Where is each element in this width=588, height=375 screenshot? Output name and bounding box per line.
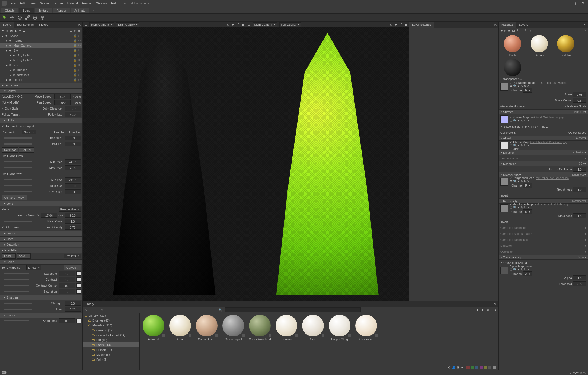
library-item[interactable]: Astroturf [141, 315, 166, 341]
roughness-field[interactable]: 1.0 [573, 187, 586, 192]
minpitch-slider[interactable] [4, 161, 32, 162]
library-item[interactable]: Camo Digital [221, 315, 245, 341]
map-find-icon[interactable]: 🔍 [513, 268, 517, 271]
material-item[interactable]: Brick [500, 35, 525, 57]
map-refresh-icon[interactable]: ↻ [524, 180, 526, 183]
vp-layout-icon[interactable]: ⊞ [85, 23, 87, 27]
disp-file-link[interactable]: test_fabricTest_Height. [539, 82, 567, 84]
menu-edit[interactable]: Edit [18, 2, 27, 5]
transform-tool-icon[interactable] [40, 15, 45, 20]
add-misc-icon[interactable]: ⬓ [23, 29, 25, 32]
metalness-field[interactable]: 1.0 [573, 213, 586, 218]
horizocc-field[interactable]: 1.0 [573, 167, 586, 172]
lib-view-icon[interactable]: ≣▾ [492, 308, 496, 312]
metal-thumb[interactable] [500, 204, 508, 212]
rough-invert-check[interactable]: Invert [500, 194, 508, 197]
add-shape-icon[interactable]: ◧ [14, 29, 17, 32]
mat-add-icon[interactable]: ⊕ [500, 29, 503, 32]
hierarchy-node[interactable]: ▸◈buddha🔒👁 [0, 68, 82, 72]
section-transform[interactable]: ▸ Transform [0, 83, 82, 88]
objspace-check[interactable]: Object Space [568, 131, 586, 134]
hierarchy-node[interactable]: ▸◈Sky🔒👁 [0, 48, 82, 53]
tab-layers[interactable]: Layers [516, 22, 531, 28]
hierarchy-node[interactable]: ▸◈Render🔒👁 [0, 38, 82, 43]
frameop-field[interactable]: 0.75 [65, 225, 81, 230]
contrastc-slider[interactable] [4, 285, 29, 286]
tonemap-dropdown[interactable]: Linear [26, 265, 41, 270]
library-popout-icon[interactable]: ⇱ [494, 302, 496, 306]
panlimits-dropdown[interactable]: None [22, 130, 36, 134]
albedo-file-link[interactable]: test_fabricTest_BaseColor.png [530, 141, 567, 144]
section-surface[interactable]: ▾Surface:Normals ▾ [499, 109, 588, 114]
metal-channel-dropdown[interactable]: R [523, 209, 532, 214]
lib-fwd-icon[interactable]: → [95, 308, 98, 312]
mm-field[interactable]: 80.0 [65, 213, 81, 218]
section-control[interactable]: ▾ Control [0, 88, 82, 94]
lib-import-icon[interactable]: ⬇ [476, 308, 479, 312]
flipz-check[interactable]: Flip Z [541, 125, 548, 128]
map-refresh-icon[interactable]: ↻ [524, 84, 526, 88]
saturation-swatch[interactable] [76, 289, 81, 294]
hierarchy-node[interactable]: ▸◈Sky Light 1🔒👁 [0, 53, 82, 58]
nearplane-field[interactable]: 1.0 [65, 219, 81, 224]
scalecenter-field[interactable]: 0.5 [573, 98, 586, 103]
section-color[interactable]: ▾ Color [0, 259, 82, 265]
lens-mode-dropdown[interactable]: Perspective [59, 207, 81, 212]
nearplane-slider[interactable] [4, 221, 32, 222]
menu-file[interactable]: File [9, 2, 18, 5]
section-reflection[interactable]: ▾Reflection:GGX ▾ [499, 161, 588, 166]
material-item[interactable]: transparent ... [500, 59, 525, 81]
map-dot-icon[interactable]: ● [518, 268, 520, 271]
scale-field[interactable]: 0.05 [573, 92, 586, 97]
menu-render[interactable]: Render [80, 2, 94, 5]
rotate-tool-icon[interactable] [17, 15, 22, 20]
map-clear-icon[interactable]: ✕ [527, 206, 529, 209]
library-tree-node[interactable]: 🗀Dirt (16) [83, 338, 139, 342]
lib-render-mode2-icon[interactable]: 👤 [452, 366, 456, 369]
layer-popout-icon[interactable]: ⇱ [493, 23, 498, 27]
saturation-field[interactable]: 1.0 [59, 289, 75, 294]
vp1-add-icon[interactable]: ✚ [232, 23, 234, 27]
rough-thumb[interactable] [500, 178, 508, 186]
fov-field[interactable]: 17.06 [41, 213, 57, 218]
orbitdist-field[interactable]: 10.14 [65, 106, 81, 111]
materials-popout-icon[interactable]: ⇱ [582, 23, 588, 27]
map-clear-icon[interactable]: ✕ [527, 180, 529, 183]
maxpitch-slider[interactable] [4, 167, 32, 168]
vp1-close-icon[interactable]: ▣ [241, 23, 244, 27]
library-grid[interactable]: AstroturfBurlapCamo DesertCamo DigitalCa… [140, 313, 498, 370]
menu-texture[interactable]: Texture [51, 2, 65, 5]
hierarchy-node[interactable]: ▸◈Light 1🔒👁 [0, 77, 82, 82]
contrast-swatch[interactable] [76, 277, 81, 282]
library-tree[interactable]: 🗀Library (712)🗀Brushes (47)🗀Materials (3… [83, 313, 140, 370]
mat-folder-icon[interactable]: 🗀 [512, 29, 515, 32]
contrastc-field[interactable]: 0.5 [59, 283, 75, 288]
alpha-thumb[interactable] [500, 267, 508, 274]
viewport2-canvas[interactable] [246, 27, 409, 301]
map-dot-icon[interactable]: ● [518, 144, 520, 147]
material-props-scroll[interactable]: Displacement Map: test_fabricTest_Height… [499, 82, 588, 370]
yawoffset-field[interactable]: 0.0 [65, 189, 81, 194]
library-tree-node[interactable]: 🗀Fabric (43) [83, 342, 139, 347]
status-prompt-icon[interactable]: ⌨ [2, 371, 7, 374]
orbitnear-slider[interactable] [4, 137, 32, 139]
alpha-file-link[interactable]: none [526, 265, 532, 268]
map-dot-icon[interactable]: ● [518, 180, 520, 183]
vp2-expand-icon[interactable]: ⛶ [399, 23, 402, 26]
brightness-swatch[interactable] [76, 319, 81, 323]
exposure-slider[interactable] [4, 273, 29, 274]
window-close-button[interactable]: ✕ [580, 1, 586, 5]
usealbedo-check[interactable]: Use Albedo Alpha [500, 261, 527, 264]
vp1-camera-dropdown[interactable]: Main Camera [89, 22, 114, 27]
library-tree-node[interactable]: 🗀Ceramic (17) [83, 328, 139, 333]
mat-grid-icon[interactable]: ⊞ [508, 29, 510, 32]
color-chip[interactable] [466, 366, 470, 369]
hierarchy-node[interactable]: ▸◈Scene🔒👁 [0, 33, 82, 38]
map-gear-icon[interactable]: ⚙ [510, 84, 512, 88]
library-item[interactable]: Carpet [301, 315, 325, 341]
strength-field[interactable]: 0.0 [65, 301, 81, 306]
move-tool-icon[interactable] [10, 15, 15, 20]
lib-home-icon[interactable]: ⌂ [85, 308, 87, 312]
library-tree-node[interactable]: 🗀Metal (65) [83, 352, 139, 357]
panel-popout-icon[interactable]: ⇱ [77, 23, 82, 27]
